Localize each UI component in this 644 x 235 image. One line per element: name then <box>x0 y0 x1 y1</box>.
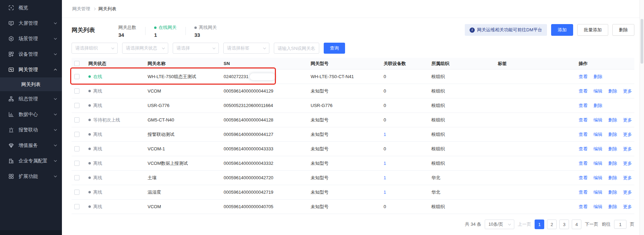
status-dot-icon <box>88 75 91 78</box>
row-checkbox[interactable] <box>74 132 79 137</box>
add-button[interactable]: 添加 <box>551 24 573 36</box>
linked-devices-count[interactable]: 1 <box>384 161 386 166</box>
page-button-2[interactable]: 2 <box>547 220 557 229</box>
op-more-link[interactable]: 更多 <box>623 88 632 94</box>
row-checkbox[interactable] <box>74 117 79 122</box>
org-filter-select[interactable]: 请选择组织 <box>72 43 118 54</box>
sidebar-subitem-gateway-list[interactable]: 网关列表 <box>0 77 62 91</box>
sidebar-collapse-bar[interactable] <box>0 230 62 235</box>
op-delete-link[interactable]: 删除 <box>608 88 617 94</box>
page-size-select[interactable]: 10条/页 <box>485 220 514 229</box>
op-view-link[interactable]: 查看 <box>579 146 588 152</box>
select-all-checkbox[interactable] <box>74 61 79 66</box>
data-center-icon <box>8 111 14 117</box>
linked-devices-count[interactable]: 1 <box>384 190 386 195</box>
page-button-1[interactable]: 1 <box>535 220 544 229</box>
ops-cell: 查看编辑删除更多 <box>579 88 634 94</box>
breadcrumb: 网关管理 网关列表 <box>62 0 644 18</box>
op-delete-link[interactable]: 删除 <box>608 117 617 123</box>
gateway-name-cell: VCOM <box>148 88 224 94</box>
breadcrumb-item-gateway-mgmt[interactable]: 网关管理 <box>72 6 90 12</box>
gateway-status: 离线 <box>88 146 148 152</box>
op-edit-link[interactable]: 编辑 <box>593 146 602 152</box>
op-view-link[interactable]: 查看 <box>579 88 588 94</box>
op-delete-link[interactable]: 删除 <box>608 131 617 138</box>
op-edit-link[interactable]: 编辑 <box>593 189 602 195</box>
gateway-stats: 网关总数 34 在线网关 1 离线网关 33 <box>118 21 226 38</box>
delete-button[interactable]: 删除 <box>612 24 634 36</box>
row-checkbox[interactable] <box>74 74 79 79</box>
gateway-name-cell: USR-G776 <box>148 103 224 108</box>
row-checkbox[interactable] <box>74 88 79 94</box>
op-more-link[interactable]: 更多 <box>623 131 632 138</box>
sidebar-item-alarm-linkage[interactable]: 报警联动 <box>0 122 62 138</box>
op-view-link[interactable]: 查看 <box>579 189 588 195</box>
row-checkbox[interactable] <box>74 204 79 209</box>
row-checkbox[interactable] <box>74 175 79 180</box>
op-view-link[interactable]: 查看 <box>579 74 588 80</box>
scrollbar[interactable] <box>640 0 644 235</box>
filter-row: 请选择组织 请选择网关状态 请选择 请选择标签 查询 <box>62 38 644 54</box>
op-edit-link[interactable]: 编辑 <box>593 204 602 210</box>
sidebar-item-device-mgmt[interactable]: 设备管理 <box>0 46 62 62</box>
op-view-link[interactable]: 查看 <box>579 117 588 123</box>
sidebar-item-config-mgmt[interactable]: 组态管理 <box>0 91 62 107</box>
sidebar-item-value-added[interactable]: 增值服务 <box>0 138 62 153</box>
sidebar-item-screen-mgmt[interactable]: 大屏管理 <box>0 15 62 31</box>
op-view-link[interactable]: 查看 <box>579 103 588 109</box>
linked-devices-count[interactable]: 1 <box>384 175 386 180</box>
op-delete-link[interactable]: 删除 <box>608 146 617 152</box>
op-delete-link[interactable]: 删除 <box>593 103 602 109</box>
op-more-link[interactable]: 更多 <box>623 189 632 195</box>
page-button-4[interactable]: 4 <box>572 220 581 229</box>
sidebar-item-label: 报警联动 <box>19 127 54 133</box>
op-edit-link[interactable]: 编辑 <box>593 131 602 138</box>
batch-add-button[interactable]: 批量添加 <box>577 24 608 36</box>
op-delete-link[interactable]: 删除 <box>608 189 617 195</box>
row-checkbox[interactable] <box>74 146 79 151</box>
pagination: 共 34 条 10条/页 上一页 1234 下一页 前往 页 <box>62 214 644 229</box>
op-more-link[interactable]: 更多 <box>623 204 632 210</box>
op-view-link[interactable]: 查看 <box>579 204 588 210</box>
op-view-link[interactable]: 查看 <box>579 160 588 167</box>
prev-page-button[interactable]: 上一页 <box>518 221 531 227</box>
sidebar-item-enterprise-config[interactable]: 企业专属配置 <box>0 153 62 169</box>
ops-cell: 查看编辑删除更多 <box>579 204 634 210</box>
op-edit-link[interactable]: 编辑 <box>593 160 602 167</box>
sn-search-input[interactable] <box>274 43 319 54</box>
op-more-link[interactable]: 更多 <box>623 175 632 181</box>
sidebar-item-label: 设备管理 <box>19 51 54 57</box>
op-delete-link[interactable]: 删除 <box>593 74 602 80</box>
query-button[interactable]: 查询 <box>324 43 345 54</box>
sidebar-item-scene-mgmt[interactable]: 场景管理 <box>0 31 62 46</box>
row-checkbox[interactable] <box>74 190 79 195</box>
op-edit-link[interactable]: 编辑 <box>593 117 602 123</box>
linked-devices-count[interactable]: 1 <box>384 132 386 137</box>
op-delete-link[interactable]: 删除 <box>608 160 617 167</box>
op-delete-link[interactable]: 删除 <box>608 204 617 210</box>
op-more-link[interactable]: 更多 <box>623 117 632 123</box>
op-view-link[interactable]: 查看 <box>579 131 588 138</box>
op-edit-link[interactable]: 编辑 <box>593 88 602 94</box>
op-view-link[interactable]: 查看 <box>579 175 588 181</box>
sidebar-item-data-center[interactable]: 数据中心 <box>0 107 62 122</box>
sidebar-item-gateway-mgmt[interactable]: 网关管理 <box>0 62 62 77</box>
sidebar-item-extension[interactable]: 扩展功能 <box>0 169 62 184</box>
next-page-button[interactable]: 下一页 <box>585 221 598 227</box>
gateway-name-cell: 报警联动测试 <box>148 131 224 138</box>
model-filter-select[interactable]: 请选择 <box>173 43 219 54</box>
sidebar-item-overview[interactable]: 概览 <box>0 0 62 15</box>
model-cell: WH-LTE-7S0-CT-N41 <box>311 74 384 79</box>
op-edit-link[interactable]: 编辑 <box>593 175 602 181</box>
scrollbar-thumb[interactable] <box>641 19 643 64</box>
gateway-status-filter-select[interactable]: 请选择网关状态 <box>122 43 168 54</box>
page-button-3[interactable]: 3 <box>559 220 569 229</box>
tag-filter-select[interactable]: 请选择标签 <box>223 43 269 54</box>
row-checkbox[interactable] <box>74 161 79 166</box>
op-more-link[interactable]: 更多 <box>623 146 632 152</box>
row-checkbox[interactable] <box>74 103 79 108</box>
config-icon <box>8 96 14 102</box>
op-delete-link[interactable]: 删除 <box>608 175 617 181</box>
op-more-link[interactable]: 更多 <box>623 160 632 167</box>
goto-page-input[interactable] <box>614 220 626 229</box>
